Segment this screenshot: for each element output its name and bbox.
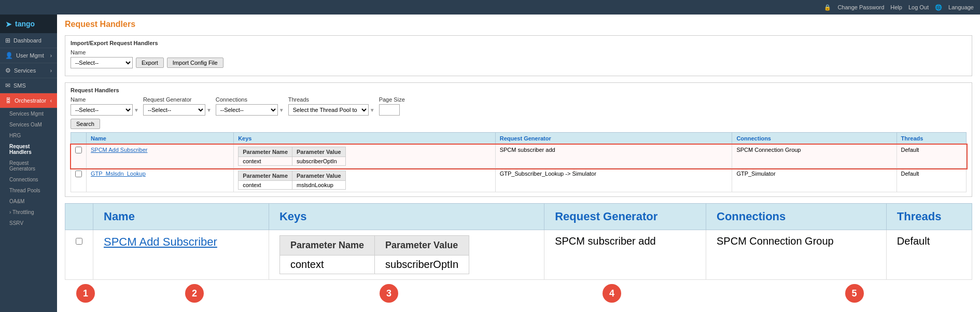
exp-inner-data: context subscriberOptIn	[279, 256, 469, 274]
search-button[interactable]: Search	[71, 119, 100, 129]
exp-checkbox-cell	[65, 230, 93, 280]
inner2-param-value-header: Parameter Value	[292, 171, 346, 181]
table-row: SPCM Add Subscriber Parameter Name Param…	[71, 145, 967, 168]
help-link[interactable]: Help	[890, 4, 902, 10]
row1-rg-cell: SPCM subscriber add	[495, 145, 732, 168]
change-password-link[interactable]: Change Password	[837, 4, 884, 10]
exp-col-connections: Connections	[706, 204, 887, 230]
logo-text: tango	[15, 20, 35, 28]
sidebar-label-services: Services	[14, 67, 36, 74]
filter-conn-label: Connections	[216, 96, 284, 103]
col-header-keys: Keys	[234, 133, 496, 145]
logo-arrow-icon: ➤	[5, 19, 12, 29]
sidebar-sub-thread-pools[interactable]: Thread Pools	[0, 185, 57, 196]
filter-threads-select[interactable]: Select the Thread Pool to	[288, 104, 369, 116]
col-header-connections: Connections	[732, 133, 897, 145]
filter-pagesize-label: Page Size	[379, 96, 405, 103]
sidebar-sub-services-oam[interactable]: Services OaM	[0, 119, 57, 130]
row2-threads-cell: Default	[897, 168, 966, 192]
filter-name-arrow: ▼	[134, 107, 139, 113]
filter-rg-col: Request Generator --Select-- ▼	[143, 96, 212, 116]
filter-rg-select[interactable]: --Select--	[143, 104, 205, 116]
exp-context-value: subscriberOptIn	[375, 256, 469, 274]
chevron-icon: ›	[50, 53, 52, 59]
annotation-3: 3	[380, 284, 398, 303]
sidebar-sub-connections[interactable]: Connections	[0, 174, 57, 185]
expanded-header-row: Name Keys Request Generator Connections …	[65, 204, 972, 230]
exp-param-name-header: Parameter Name	[279, 236, 374, 256]
page-size-input[interactable]: 20	[379, 104, 400, 116]
exp-name-cell: SPCM Add Subscriber	[93, 230, 269, 280]
annotation-row: 1 2 3 4 5	[65, 280, 972, 305]
page-title: Request Handlers	[65, 20, 972, 29]
row2-rg-cell: GTP_Subscriber_Lookup -> Simulator	[495, 168, 732, 192]
sidebar-sub-request-handlers[interactable]: Request Handlers	[0, 141, 57, 158]
exp-inner-header: Parameter Name Parameter Value	[279, 236, 469, 256]
import-export-label: Import/Export Request Handlers	[71, 40, 967, 46]
sidebar-label-dashboard: Dashboard	[13, 37, 41, 44]
exp-col-name: Name	[93, 204, 269, 230]
filter-conn-col: Connections --Select-- ▼	[216, 96, 284, 116]
annotation-1: 1	[76, 284, 95, 303]
sidebar-item-services[interactable]: ⚙ Services ›	[0, 63, 57, 78]
row1-inner-table: Parameter Name Parameter Value context s…	[238, 147, 345, 166]
exp-connections-cell: SPCM Connection Group	[706, 230, 887, 280]
row2-inner-table: Parameter Name Parameter Value context m…	[238, 171, 345, 190]
sidebar-sub-hrg[interactable]: HRG	[0, 130, 57, 141]
sidebar-sub-oam[interactable]: OA&M	[0, 196, 57, 207]
log-out-link[interactable]: Log Out	[908, 4, 929, 10]
sms-icon: ✉	[5, 82, 10, 89]
sidebar-sub-services-mgmt[interactable]: Services Mgmt	[0, 108, 57, 119]
exp-col-checkbox	[65, 204, 93, 230]
inner-data-row: context subscriberOptIn	[239, 157, 345, 166]
sidebar-item-orchestrator[interactable]: 🎛 Orchestrator ‹	[0, 93, 57, 108]
exp-checkbox[interactable]	[76, 238, 82, 245]
sidebar-item-user-mgmt[interactable]: 👤 User Mgmt ›	[0, 48, 57, 63]
row1-name-link[interactable]: SPCM Add Subscriber	[91, 147, 147, 153]
filter-conn-select[interactable]: --Select--	[216, 104, 278, 116]
sidebar-sub-request-generators[interactable]: Request Generators	[0, 158, 57, 174]
inner-header-row-2: Parameter Name Parameter Value	[239, 171, 345, 181]
filter-pagesize-col: Page Size 20	[379, 96, 405, 116]
chevron-icon-orch: ‹	[50, 98, 52, 104]
sidebar-item-sms[interactable]: ✉ SMS	[0, 78, 57, 93]
row2-keys-cell: Parameter Name Parameter Value context m…	[234, 168, 496, 192]
exp-param-value-header: Parameter Value	[375, 236, 469, 256]
row2-name-link[interactable]: GTP_Mslsdn_Lookup	[91, 171, 146, 177]
chevron-icon-throttling: ›	[9, 209, 11, 215]
exp-threads-cell: Default	[886, 230, 972, 280]
import-export-section: Import/Export Request Handlers Name --Se…	[65, 35, 972, 76]
row1-checkbox-cell	[71, 145, 87, 168]
exp-col-keys: Keys	[269, 204, 544, 230]
language-link[interactable]: Language	[948, 4, 974, 10]
request-handlers-table: Name Keys Request Generator Connections …	[71, 132, 967, 192]
expanded-table: Name Keys Request Generator Connections …	[65, 203, 972, 280]
main-content: Request Handlers Import/Export Request H…	[57, 15, 980, 312]
language-icon: 🌐	[935, 4, 942, 11]
table-row: GTP_Mslsdn_Lookup Parameter Name Paramet…	[71, 168, 967, 192]
inner2-context-name: context	[239, 181, 292, 190]
exp-name-link[interactable]: SPCM Add Subscriber	[104, 235, 217, 248]
name-label: Name	[71, 49, 223, 55]
sidebar-sub-throttling[interactable]: › Throttling	[0, 207, 57, 218]
request-handlers-label: Request Handlers	[71, 87, 967, 93]
filter-name-label: Name	[71, 96, 139, 103]
orchestrator-icon: 🎛	[5, 97, 11, 104]
row1-checkbox[interactable]	[75, 147, 82, 153]
filter-threads-col: Threads Select the Thread Pool to ▼	[288, 96, 375, 116]
filter-name-select[interactable]: --Select--	[71, 104, 133, 116]
exp-col-threads: Threads	[886, 204, 972, 230]
sidebar-item-dashboard[interactable]: ⊞ Dashboard	[0, 33, 57, 48]
sidebar: ➤ tango ⊞ Dashboard 👤 User Mgmt › ⚙ Serv…	[0, 15, 57, 312]
sidebar-sub-ssrv[interactable]: SSRV	[0, 218, 57, 229]
inner-context-value: subscriberOptIn	[292, 157, 346, 166]
export-button[interactable]: Export	[136, 58, 164, 68]
row2-name-cell: GTP_Mslsdn_Lookup	[87, 168, 234, 192]
services-icon: ⚙	[5, 67, 11, 74]
inner-header-row: Parameter Name Parameter Value	[239, 147, 345, 157]
logo[interactable]: ➤ tango	[0, 15, 57, 33]
row2-checkbox[interactable]	[75, 171, 82, 177]
name-select[interactable]: --Select--	[71, 57, 133, 68]
import-button[interactable]: Import Config File	[167, 58, 223, 68]
filter-rg-arrow: ▼	[206, 107, 212, 113]
